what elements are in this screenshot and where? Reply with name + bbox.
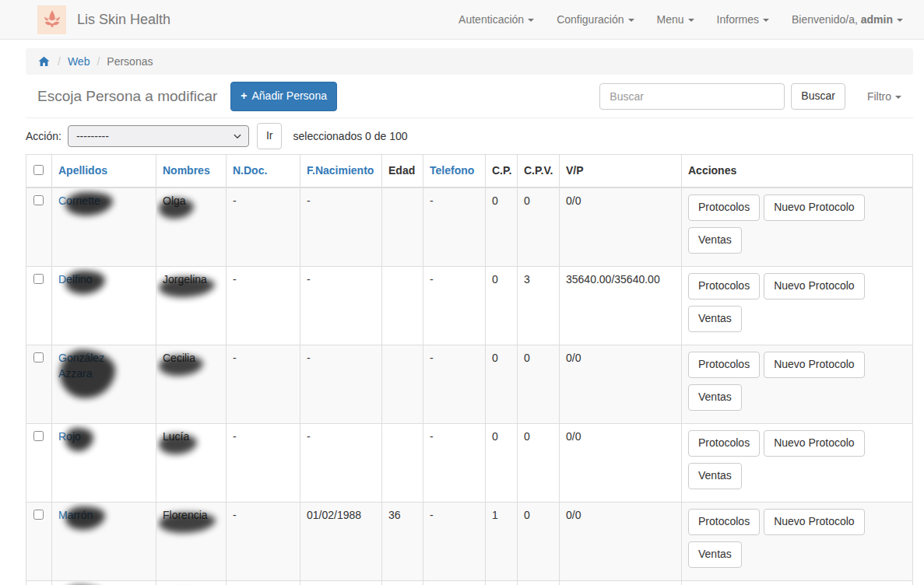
telefono-cell: - — [423, 423, 486, 502]
ventas-button[interactable]: Ventas — [688, 227, 742, 254]
nuevo-protocolo-button[interactable]: Nuevo Protocolo — [764, 430, 865, 457]
cpv-cell: 0 — [518, 187, 560, 266]
cpv-cell: 3 — [518, 266, 560, 345]
ventas-button[interactable]: Ventas — [688, 306, 742, 332]
cp-cell: 1 — [486, 502, 518, 580]
selected-count: seleccionados 0 de 100 — [293, 130, 407, 142]
cp-cell: 0 — [486, 266, 518, 345]
acciones-cell: ProtocolosNuevo ProtocoloVentas — [682, 345, 913, 423]
col-header-apellidos[interactable]: Apellidos — [52, 155, 156, 188]
nuevo-protocolo-button[interactable]: Nuevo Protocolo — [764, 194, 865, 221]
edad-cell: 36 — [382, 502, 423, 580]
fnacimiento-cell: - — [300, 187, 382, 266]
fnacimiento-cell: 01/02/1988 — [300, 502, 382, 580]
breadcrumb-separator: / — [58, 55, 61, 68]
persona-row: Rojo Lucía - - - 0 0 0/0 ProtocolosNuevo… — [26, 423, 913, 502]
nombres-cell: Olga — [163, 194, 186, 207]
protocolos-button[interactable]: Protocolos — [688, 352, 760, 378]
nuevo-protocolo-button[interactable]: Nuevo Protocolo — [764, 273, 865, 300]
navbar-menu: Autenticación Configuración Menu Informe… — [458, 13, 903, 26]
apellidos-link[interactable]: Cornette — [58, 194, 100, 207]
persona-row: Delfino Jorgelina - - - 0 3 35640.00/356… — [26, 266, 913, 345]
nav-item-autenticacion[interactable]: Autenticación — [458, 13, 534, 26]
protocolos-button[interactable]: Protocolos — [688, 509, 760, 535]
apellidos-link[interactable]: Marrón — [58, 509, 93, 521]
edad-cell — [382, 423, 423, 502]
go-button[interactable]: Ir — [257, 123, 283, 149]
search-button[interactable]: Buscar — [791, 83, 845, 110]
col-header-telefono[interactable]: Telefono — [423, 155, 486, 188]
vp-cell: 0/0 — [560, 502, 682, 580]
chevron-down-icon — [528, 19, 534, 22]
fnacimiento-cell: - — [300, 423, 382, 502]
breadcrumb-home[interactable] — [37, 55, 51, 68]
persona-row: GonzálezAzzara Cecilia - - - 0 0 0/0 Pro… — [26, 345, 913, 423]
brand[interactable]: Lis Skin Health — [37, 5, 170, 34]
action-select[interactable]: --------- — [68, 125, 249, 147]
ndoc-cell: - — [227, 502, 300, 580]
breadcrumb-separator: / — [97, 55, 100, 68]
col-header-acciones: Acciones — [682, 155, 913, 188]
telefono-cell: - — [423, 187, 486, 266]
row-checkbox[interactable] — [33, 195, 44, 205]
row-checkbox[interactable] — [33, 431, 44, 441]
breadcrumb-item-personas: Personas — [107, 55, 153, 68]
chevron-down-icon — [233, 131, 242, 141]
row-checkbox[interactable] — [33, 274, 44, 284]
nav-item-user-menu[interactable]: Bienvenido/a, admin — [792, 13, 903, 26]
edad-cell — [382, 580, 423, 585]
fnacimiento-cell: - — [300, 580, 382, 585]
action-bar: Acción: --------- Ir seleccionados 0 de … — [26, 118, 913, 154]
cp-cell: 0 — [486, 423, 518, 502]
nuevo-protocolo-button[interactable]: Nuevo Protocolo — [764, 352, 865, 378]
cp-cell: 0 — [486, 345, 518, 423]
ventas-button[interactable]: Ventas — [688, 463, 742, 489]
apellidos-link[interactable]: Rojo — [58, 430, 81, 443]
ndoc-cell: - — [227, 187, 300, 266]
row-checkbox[interactable] — [33, 352, 44, 363]
col-header-cpv: C.P.V. — [518, 155, 560, 188]
chevron-down-icon — [897, 19, 903, 22]
telefono-cell: - — [423, 345, 486, 423]
nombres-cell: Cecilia — [163, 352, 195, 364]
nuevo-protocolo-button[interactable]: Nuevo Protocolo — [764, 509, 865, 535]
persona-row: Cornette Olga - - - 0 0 0/0 ProtocolosNu… — [26, 187, 913, 266]
nav-item-menu[interactable]: Menu — [657, 13, 694, 26]
col-header-ndoc[interactable]: N.Doc. — [227, 155, 300, 188]
add-persona-button[interactable]: +Añadir Persona — [230, 82, 337, 111]
vp-cell: 35640.00/35640.00 — [560, 266, 682, 345]
acciones-cell: ProtocolosNuevo ProtocoloVentas — [682, 266, 913, 345]
protocolos-button[interactable]: Protocolos — [688, 430, 760, 457]
nombres-cell: Lucía — [163, 430, 189, 443]
acciones-cell: ProtocolosNuevo ProtocoloVentas — [682, 423, 913, 502]
protocolos-button[interactable]: Protocolos — [688, 194, 760, 221]
apellidos-link[interactable]: GonzálezAzzara — [58, 352, 104, 380]
vp-cell: 21200.00/21200.00 — [560, 580, 682, 585]
acciones-cell: ProtocolosNuevo ProtocoloVentas — [682, 502, 913, 580]
col-header-fnacimiento[interactable]: F.Nacimiento — [300, 155, 382, 188]
col-header-cp: C.P. — [486, 155, 518, 188]
lotus-flower-icon — [37, 5, 66, 34]
page: Lis Skin Health Autenticación Configurac… — [0, 0, 924, 585]
col-header-nombres[interactable]: Nombres — [156, 155, 227, 188]
select-all-checkbox[interactable] — [33, 165, 44, 175]
breadcrumb-item-web[interactable]: Web — [68, 55, 90, 68]
brand-title[interactable]: Lis Skin Health — [77, 12, 170, 28]
persona-row: Fraigola Mariela - - - 0 1 21200.00/2120… — [26, 580, 913, 585]
ndoc-cell: - — [227, 580, 300, 585]
toolbar: Escoja Persona a modificar +Añadir Perso… — [26, 79, 913, 118]
protocolos-button[interactable]: Protocolos — [688, 273, 760, 300]
table-header-row: Apellidos Nombres N.Doc. F.Nacimiento Ed… — [26, 155, 913, 188]
row-checkbox[interactable] — [33, 510, 44, 520]
action-label: Acción: — [26, 130, 61, 142]
ventas-button[interactable]: Ventas — [688, 541, 742, 568]
ndoc-cell: - — [227, 266, 300, 345]
apellidos-link[interactable]: Delfino — [58, 273, 93, 285]
search-input[interactable] — [599, 83, 785, 110]
acciones-cell: ProtocolosNuevo ProtocoloVentas — [682, 580, 913, 585]
nav-item-configuracion[interactable]: Configuración — [557, 13, 634, 26]
nav-item-informes[interactable]: Informes — [717, 13, 769, 26]
select-all-cell — [26, 155, 52, 188]
filter-dropdown[interactable]: Filtro — [867, 90, 901, 103]
ventas-button[interactable]: Ventas — [688, 384, 742, 411]
